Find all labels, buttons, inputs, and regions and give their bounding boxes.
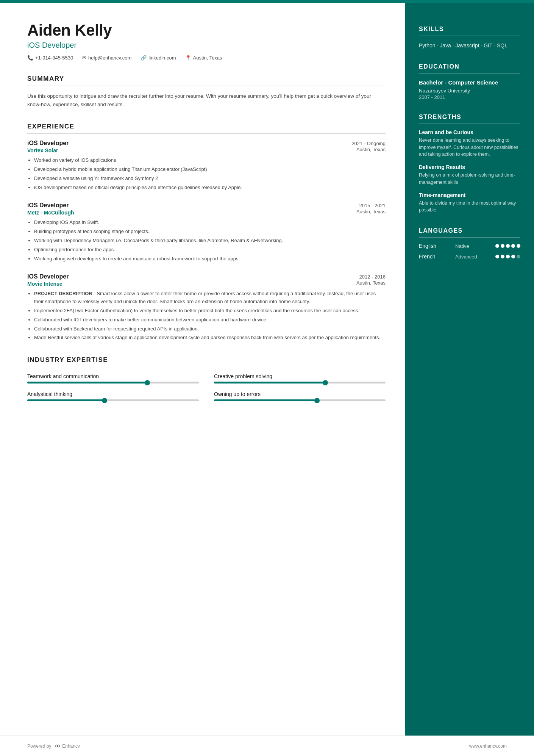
bullet: Building prototypes at tech scoping stag…: [34, 228, 386, 236]
lang-dot: [501, 255, 504, 258]
languages-title: LANGUAGES: [419, 227, 520, 238]
exp-item-2: iOS Developer 2015 - 2021 Metz - McCullo…: [27, 202, 386, 263]
footer-brand: Enhancv: [62, 743, 80, 749]
lang-name-0: English: [419, 243, 445, 249]
bullet: Collaborated with Backend team for reque…: [34, 325, 386, 333]
experience-title: EXPERIENCE: [27, 123, 386, 134]
progress-fill-3: [214, 399, 317, 401]
expertise-label-3: Owning up to errors: [214, 391, 386, 397]
lang-name-1: French: [419, 254, 445, 260]
candidate-name: Aiden Kelly: [27, 21, 386, 39]
contact-email: ✉ help@enhancv.com: [82, 55, 131, 61]
lang-dot: [501, 244, 504, 248]
bullet: iOS development based on official design…: [34, 184, 386, 192]
strength-desc-2: Able to divide my time in the most optim…: [419, 200, 520, 214]
right-column: SKILLS Python · Java · Javascript · GIT …: [405, 3, 534, 736]
phone-icon: 📞: [27, 55, 33, 61]
edu-degree-0: Bachelor - Computer Science: [419, 79, 520, 86]
industry-expertise-section: INDUSTRY EXPERTISE Teamwork and communic…: [27, 356, 386, 401]
header: Aiden Kelly iOS Developer 📞 +1-914-345-5…: [27, 21, 386, 61]
languages-section: LANGUAGES English Native French Advanced: [419, 227, 520, 260]
lang-dot: [495, 244, 499, 248]
expertise-label-2: Analystical thinking: [27, 391, 199, 397]
exp-company-3: Movie Intense: [27, 281, 62, 287]
lang-dots-1: [495, 255, 520, 258]
exp-location-2: Austin, Texas: [356, 209, 386, 216]
exp-subrow-3: Movie Intense Austin, Texas: [27, 280, 386, 287]
education-title: EDUCATION: [419, 63, 520, 74]
exp-role-2: iOS Developer: [27, 202, 69, 209]
candidate-title: iOS Developer: [27, 41, 386, 50]
industry-expertise-title: INDUSTRY EXPERTISE: [27, 356, 386, 367]
strength-name-2: Time-management: [419, 192, 520, 198]
education-section: EDUCATION Bachelor - Computer Science Na…: [419, 63, 520, 100]
summary-title: SUMMARY: [27, 75, 386, 86]
lang-dot: [495, 255, 499, 258]
progress-dot-3: [314, 398, 320, 403]
link-icon: 🔗: [141, 55, 147, 61]
skills-section: SKILLS Python · Java · Javascript · GIT …: [419, 26, 520, 50]
contact-linkedin: 🔗 linkedin.com: [141, 55, 176, 61]
strengths-section: STRENGTHS Learn and be Curious Never don…: [419, 114, 520, 214]
strength-item-1: Delivering Results Relying on a mix of p…: [419, 164, 520, 186]
progress-dot-0: [145, 380, 150, 385]
progress-bar-1: [214, 382, 386, 383]
exp-company-2: Metz - McCullough: [27, 210, 74, 216]
exp-location-1: Austin, Texas: [356, 147, 386, 153]
exp-role-1: iOS Developer: [27, 140, 69, 147]
strength-item-0: Learn and be Curious Never done learning…: [419, 129, 520, 158]
lang-dot: [517, 244, 520, 248]
progress-fill-2: [27, 399, 105, 401]
bullet: Developing iOS Apps in Swift.: [34, 219, 386, 227]
exp-subrow-2: Metz - McCullough Austin, Texas: [27, 209, 386, 216]
exp-item-1: iOS Developer 2021 - Ongoing Vortex Sola…: [27, 140, 386, 191]
exp-bullets-1: Worked on variety of iOS applications De…: [27, 157, 386, 191]
lang-level-1: Advanced: [455, 254, 486, 260]
edu-school-0: Nazarbayev University: [419, 88, 520, 94]
exp-header-1: iOS Developer 2021 - Ongoing: [27, 140, 386, 147]
bullet: Implemented 2FA(Two Factor Authenticatio…: [34, 307, 386, 315]
lang-level-0: Native: [455, 243, 486, 249]
bullet: Made Restful service calls at various st…: [34, 334, 386, 342]
location-icon: 📍: [185, 55, 191, 61]
footer-url: www.enhancv.com: [469, 743, 507, 749]
summary-section: SUMMARY Use this opportunity to intrigue…: [27, 75, 386, 108]
expertise-label-1: Creative problem solving: [214, 373, 386, 379]
experience-section: EXPERIENCE iOS Developer 2021 - Ongoing …: [27, 123, 386, 342]
exp-location-3: Austin, Texas: [356, 280, 386, 287]
strength-item-2: Time-management Able to divide my time i…: [419, 192, 520, 214]
skills-text: Python · Java · Javascript · GIT · SQL: [419, 41, 520, 50]
lang-dots-0: [495, 244, 520, 248]
lang-item-0: English Native: [419, 243, 520, 249]
progress-bar-2: [27, 399, 199, 401]
exp-dates-3: 2012 - 2016: [359, 274, 386, 280]
exp-dates-2: 2015 - 2021: [359, 203, 386, 208]
exp-bullets-3: PROJECT DESCRIPTION - Smart locks allow …: [27, 290, 386, 342]
exp-item-3: IOS Developer 2012 - 2016 Movie Intense …: [27, 273, 386, 342]
bullet: Developed a website using Yii framework …: [34, 175, 386, 183]
lang-dot: [506, 244, 510, 248]
strengths-title: STRENGTHS: [419, 114, 520, 124]
expertise-item-3: Owning up to errors: [214, 391, 386, 401]
progress-bar-3: [214, 399, 386, 401]
exp-company-1: Vortex Solar: [27, 147, 58, 153]
contact-location: 📍 Austin, Texas: [185, 55, 222, 61]
bullet: Optimizing performance for the apps.: [34, 246, 386, 254]
strength-name-1: Delivering Results: [419, 164, 520, 170]
exp-role-3: IOS Developer: [27, 273, 69, 280]
edu-item-0: Bachelor - Computer Science Nazarbayev U…: [419, 79, 520, 100]
strength-name-0: Learn and be Curious: [419, 129, 520, 135]
lang-dot: [517, 255, 520, 258]
progress-dot-1: [323, 380, 328, 385]
expertise-item-2: Analystical thinking: [27, 391, 199, 401]
email-icon: ✉: [82, 55, 86, 61]
expertise-label-0: Teamwork and communication: [27, 373, 199, 379]
exp-subrow-1: Vortex Solar Austin, Texas: [27, 147, 386, 153]
expertise-item-0: Teamwork and communication: [27, 373, 199, 383]
edu-years-0: 2007 - 2011: [419, 94, 520, 100]
exp-header-3: IOS Developer 2012 - 2016: [27, 273, 386, 280]
bullet: Worked on variety of iOS applications: [34, 157, 386, 164]
skills-title: SKILLS: [419, 26, 520, 36]
progress-fill-1: [214, 382, 325, 383]
progress-bar-0: [27, 382, 199, 383]
